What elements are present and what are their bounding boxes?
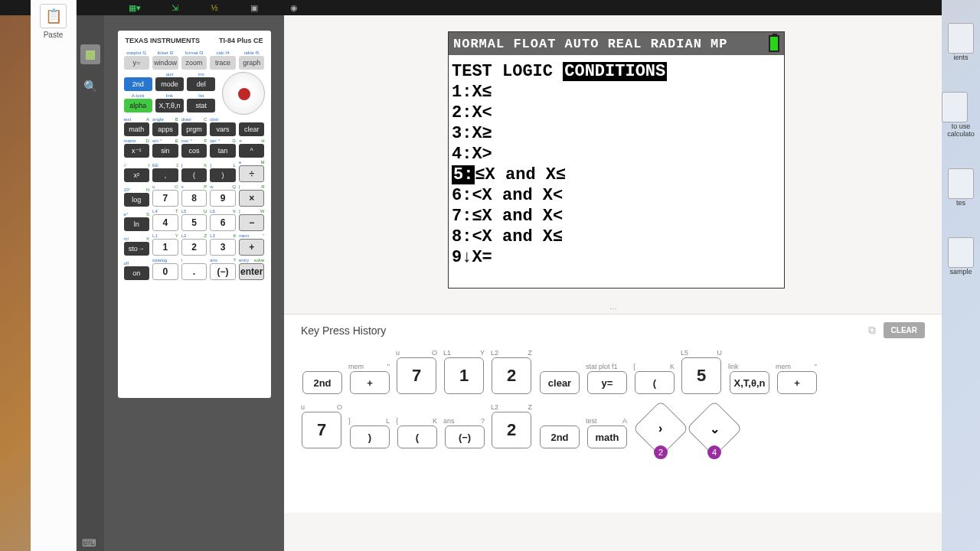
copy-history-icon[interactable]: ⧉ bbox=[868, 324, 876, 337]
history-key-button[interactable]: 1 bbox=[444, 357, 484, 394]
key-multiply[interactable]: × bbox=[239, 190, 265, 207]
screen-menu-item: 7:≤X and X< bbox=[452, 206, 781, 227]
screen-menu-item: 3:X≥ bbox=[452, 123, 781, 144]
history-key: L2Z2 bbox=[491, 349, 532, 394]
key-5[interactable]: 5 bbox=[181, 214, 207, 231]
history-key-button[interactable]: 5 bbox=[681, 357, 721, 394]
history-key-button[interactable]: clear bbox=[540, 371, 580, 394]
key-log[interactable]: log bbox=[124, 193, 150, 207]
history-dpad-right[interactable]: ›2 bbox=[632, 400, 689, 457]
key-4[interactable]: 4 bbox=[152, 214, 178, 231]
key-xinv[interactable]: x⁻¹ bbox=[124, 144, 150, 158]
key-comma[interactable]: , bbox=[152, 168, 178, 182]
key-clear[interactable]: clear bbox=[239, 122, 265, 136]
history-key: linkX,T,θ,n bbox=[728, 363, 769, 394]
windows-icon[interactable]: ▣ bbox=[246, 2, 263, 14]
key-vars[interactable]: vars bbox=[210, 122, 236, 136]
history-key-button[interactable]: + bbox=[350, 371, 390, 394]
history-key-button[interactable]: y= bbox=[587, 371, 627, 394]
key-math[interactable]: math bbox=[124, 122, 150, 136]
desktop-file-icon[interactable] bbox=[948, 23, 974, 54]
key-sin[interactable]: sin bbox=[152, 144, 178, 158]
key-apps[interactable]: apps bbox=[152, 122, 178, 136]
screen-menu-item: 5:≤X and X≤ bbox=[452, 165, 781, 185]
dpad[interactable] bbox=[222, 72, 265, 115]
key-tan[interactable]: tan bbox=[210, 144, 236, 158]
key-1[interactable]: 1 bbox=[152, 239, 178, 256]
key-2nd[interactable]: 2nd bbox=[124, 77, 152, 91]
key-divide[interactable]: ÷ bbox=[239, 165, 265, 182]
history-key: uO7 bbox=[301, 403, 342, 448]
desktop-file-icon[interactable] bbox=[942, 92, 968, 122]
key-9[interactable]: 9 bbox=[210, 190, 236, 207]
history-key-button[interactable]: X,T,θ,n bbox=[730, 371, 769, 394]
battery-icon bbox=[769, 35, 779, 52]
history-key: L2Z2 bbox=[491, 403, 532, 448]
keyboard-icon[interactable]: ⌨ bbox=[82, 537, 96, 549]
key-lparen[interactable]: ( bbox=[181, 168, 207, 182]
key-window[interactable]: window bbox=[152, 56, 178, 70]
key-caret[interactable]: ^ bbox=[239, 144, 265, 158]
key-enter[interactable]: enter bbox=[239, 263, 265, 280]
clear-history-button[interactable]: CLEAR bbox=[884, 322, 925, 338]
key-dot[interactable]: . bbox=[181, 263, 207, 280]
history-key-button[interactable]: 7 bbox=[397, 357, 436, 394]
key-minus[interactable]: − bbox=[239, 214, 265, 231]
history-key-button[interactable]: (−) bbox=[445, 425, 485, 448]
paste-icon[interactable]: 📋 bbox=[40, 4, 67, 28]
search-icon[interactable]: 🔍 bbox=[80, 77, 100, 96]
history-key-button[interactable]: ) bbox=[350, 425, 390, 448]
key-cos[interactable]: cos bbox=[181, 144, 207, 158]
key-6[interactable]: 6 bbox=[210, 214, 236, 231]
key-trace[interactable]: trace bbox=[210, 56, 236, 70]
key-2[interactable]: 2 bbox=[181, 239, 207, 256]
key-alpha[interactable]: alpha bbox=[124, 99, 152, 112]
key-stat[interactable]: stat bbox=[187, 99, 215, 112]
desktop-file-icon[interactable] bbox=[948, 168, 974, 199]
screen-menu-item: 2:X< bbox=[452, 103, 781, 123]
history-key-button[interactable]: ( bbox=[635, 371, 675, 394]
screenshot-icon[interactable]: ◉ bbox=[286, 2, 302, 14]
key-plus[interactable]: + bbox=[239, 239, 265, 256]
key-xtthetan[interactable]: X,T,θ,n bbox=[155, 99, 184, 112]
drag-handle[interactable]: ⋯ bbox=[284, 304, 942, 314]
key-neg[interactable]: (−) bbox=[210, 263, 236, 280]
history-key: 2nd bbox=[301, 363, 342, 394]
key-zoom[interactable]: zoom bbox=[181, 56, 207, 70]
top-menubar: ▦▾ ⇲ ½ ▣ ◉ bbox=[0, 0, 942, 15]
key-rparen[interactable]: ) bbox=[210, 168, 236, 182]
fraction-icon[interactable]: ½ bbox=[206, 2, 223, 14]
calc-model: TI-84 Plus CE bbox=[219, 37, 263, 44]
key-0[interactable]: 0 bbox=[152, 263, 178, 280]
history-key-button[interactable]: math bbox=[587, 425, 627, 448]
history-key: 2nd bbox=[538, 417, 580, 448]
key-graph[interactable]: graph bbox=[239, 56, 265, 70]
history-key: ans?(−) bbox=[443, 417, 485, 448]
history-key-button[interactable]: 2 bbox=[492, 357, 531, 394]
history-key-button[interactable]: ( bbox=[397, 425, 437, 448]
key-7[interactable]: 7 bbox=[152, 190, 178, 207]
key-xsq[interactable]: x² bbox=[124, 168, 150, 182]
calculator-view-icon[interactable]: ▦ bbox=[80, 44, 100, 64]
history-key-button[interactable]: 2nd bbox=[302, 371, 342, 394]
key-8[interactable]: 8 bbox=[181, 190, 207, 207]
desktop-file-icon[interactable] bbox=[948, 237, 974, 268]
history-key-button[interactable]: 2 bbox=[492, 412, 531, 448]
key-y-equals[interactable]: y= bbox=[124, 56, 150, 70]
send-to-icon[interactable]: ⇲ bbox=[166, 2, 183, 14]
key-3[interactable]: 3 bbox=[210, 239, 236, 256]
key-mode[interactable]: mode bbox=[155, 77, 184, 91]
key-ln[interactable]: ln bbox=[124, 217, 150, 231]
table-view-icon[interactable]: ▦▾ bbox=[126, 2, 143, 14]
history-key: L1Y1 bbox=[443, 349, 485, 394]
key-del[interactable]: del bbox=[187, 77, 215, 91]
screen-status-bar: NORMAL FLOAT AUTO REAL RADIAN MP bbox=[449, 32, 784, 55]
history-key-button[interactable]: 2nd bbox=[540, 425, 580, 448]
screen-menu-item: 6:<X and X< bbox=[452, 185, 781, 206]
history-key-button[interactable]: + bbox=[777, 371, 817, 394]
history-dpad-down[interactable]: ⌄4 bbox=[686, 400, 743, 457]
key-on[interactable]: on bbox=[124, 266, 150, 280]
history-key-button[interactable]: 7 bbox=[302, 412, 341, 448]
key-sto[interactable]: sto→ bbox=[124, 242, 150, 256]
key-prgm[interactable]: prgm bbox=[181, 122, 207, 136]
